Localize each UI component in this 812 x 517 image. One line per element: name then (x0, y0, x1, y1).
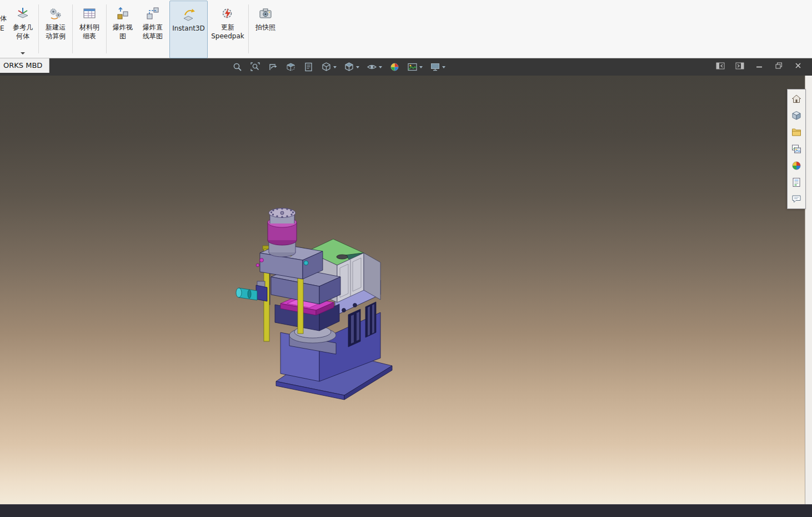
ribbon-button-label: 参考几 何体 (13, 23, 33, 41)
ribbon-separator (106, 4, 107, 53)
taskpane-forum-button[interactable] (788, 191, 805, 207)
ribbon-separator (38, 4, 39, 53)
appearances-sphere-icon (791, 160, 802, 171)
injection-barrel[interactable] (236, 281, 267, 301)
ribbon-button-clipped[interactable]: 体 E (0, 0, 9, 58)
forum-chat-icon (791, 193, 802, 205)
reference-geometry-icon (16, 5, 30, 22)
dropdown-caret-icon (333, 66, 337, 68)
ribbon-button-label: 爆炸直 线草图 (143, 23, 163, 41)
ribbon-button-exploded-view[interactable]: 爆炸视 图 (108, 0, 137, 58)
window-controls (715, 61, 803, 70)
ribbon-button-new-motion-study[interactable]: 新建运 动算例 (41, 0, 71, 58)
dock-pane-right-icon (735, 62, 744, 69)
taskpane-custom-properties-button[interactable] (788, 174, 805, 191)
graphics-area[interactable] (0, 76, 812, 504)
ribbon-button-label: 更新 Speedpak (211, 23, 244, 41)
ribbon-toolbar: 体 E 参考几 何体 新建运 动算例 材料明 细表 (0, 0, 812, 58)
solidworks-window: 体 E 参考几 何体 新建运 动算例 材料明 细表 (0, 0, 812, 517)
ribbon-button-label: 拍快照 (255, 23, 275, 32)
assembly-model[interactable] (229, 198, 396, 400)
appearance-sphere-icon (389, 62, 400, 72)
display-style-button[interactable] (343, 61, 360, 73)
section-view-button[interactable] (284, 61, 297, 73)
view-palette-icon (791, 143, 802, 155)
ribbon-button-take-snapshot[interactable]: 拍快照 (250, 0, 280, 58)
clamp-cylinder-stack[interactable] (268, 208, 297, 257)
exploded-view-icon (116, 5, 130, 22)
restore-icon (775, 62, 783, 69)
update-speedpak-icon (220, 5, 235, 22)
close-button[interactable] (793, 61, 803, 70)
home-icon (791, 93, 802, 105)
dropdown-caret-icon (419, 66, 423, 68)
view-orientation-icon (321, 62, 332, 72)
zoom-to-area-button[interactable] (249, 61, 262, 73)
ribbon-button-label: 材料明 细表 (79, 23, 99, 41)
dropdown-caret-icon (21, 52, 25, 54)
taskpane-design-library-button[interactable] (788, 107, 805, 124)
ribbon-button-label: 爆炸视 图 (113, 23, 133, 41)
zoom-to-area-icon (250, 62, 260, 72)
dropdown-caret-icon (442, 66, 445, 68)
minimize-icon (756, 62, 763, 69)
ribbon-separator (72, 4, 73, 53)
ribbon-button-bill-of-materials[interactable]: 材料明 细表 (74, 0, 104, 58)
bom-table-icon (82, 5, 97, 22)
motion-study-icon (48, 5, 63, 22)
zoom-to-fit-icon (232, 62, 243, 72)
taskpane-appearances-button[interactable] (788, 157, 805, 174)
ribbon-button-explode-line-sketch[interactable]: 爆炸直 线草图 (137, 0, 168, 58)
view-orientation-button[interactable] (320, 61, 338, 73)
ribbon-button-update-speedpak[interactable]: 更新 Speedpak (209, 0, 247, 58)
dynamic-annotation-views-button[interactable] (302, 61, 315, 73)
monitor-icon (430, 62, 440, 72)
restore-button[interactable] (774, 61, 784, 70)
design-library-icon (791, 110, 802, 121)
scene-icon (407, 62, 418, 72)
zoom-to-fit-button[interactable] (231, 61, 244, 73)
taskpane-home-button[interactable] (788, 91, 805, 107)
section-view-icon (285, 62, 296, 72)
close-icon (795, 62, 801, 69)
dock-pane-left-button[interactable] (715, 61, 725, 70)
taskpane-view-palette-button[interactable] (788, 141, 805, 157)
custom-properties-icon (791, 177, 802, 188)
dock-pane-left-icon (716, 62, 725, 69)
heads-up-view-toolbar (231, 59, 447, 74)
instant3d-icon (182, 6, 196, 23)
eye-icon (367, 62, 377, 72)
dock-pane-right-button[interactable] (735, 61, 745, 70)
previous-view-icon (268, 62, 278, 72)
explode-line-sketch-icon (146, 5, 160, 22)
status-bar (0, 504, 812, 517)
view-settings-button[interactable] (429, 61, 447, 73)
ribbon-button-instant3d[interactable]: Instant3D (169, 1, 208, 58)
display-style-icon (344, 62, 354, 72)
tab-solidworks-mbd[interactable]: ORKS MBD (0, 58, 49, 73)
ribbon-button-label: 新建运 动算例 (46, 23, 66, 41)
ribbon-button-label: Instant3D (172, 24, 205, 33)
dropdown-caret-icon (379, 66, 382, 68)
document-window-bar: ORKS MBD (0, 58, 812, 76)
hide-show-items-button[interactable] (365, 61, 383, 73)
taskpane-file-explorer-button[interactable] (788, 124, 805, 141)
apply-scene-button[interactable] (406, 61, 424, 73)
previous-view-button[interactable] (267, 61, 279, 73)
dynamic-annotation-views-icon (303, 62, 314, 72)
dropdown-caret-icon (356, 66, 359, 68)
minimize-button[interactable] (754, 61, 764, 70)
snapshot-camera-icon (258, 5, 273, 22)
task-pane-tab-strip (787, 89, 806, 209)
folder-icon (791, 127, 802, 138)
edit-appearance-button[interactable] (388, 61, 401, 73)
ribbon-separator (248, 4, 249, 53)
ribbon-button-reference-geometry[interactable]: 参考几 何体 (9, 0, 37, 58)
